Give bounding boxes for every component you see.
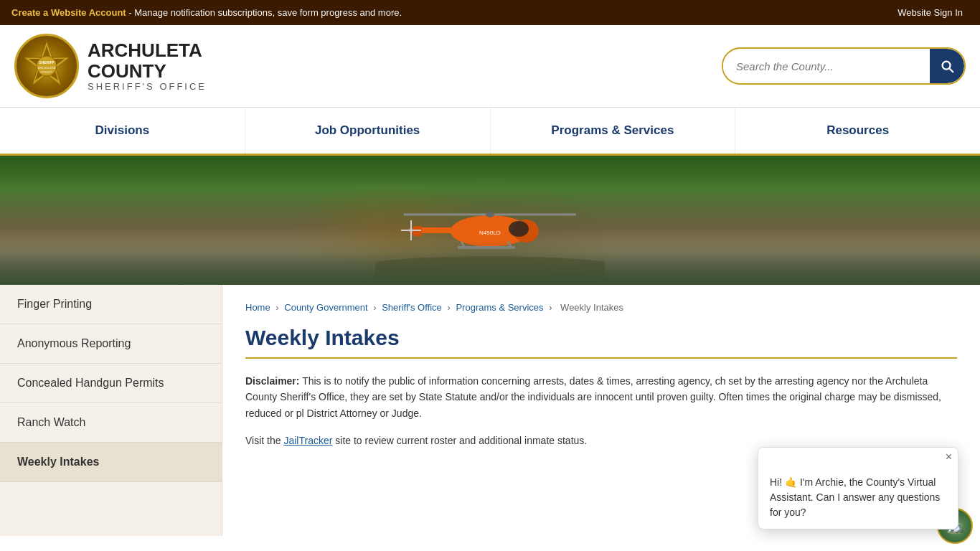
search-icon <box>939 58 955 74</box>
breadcrumb-sep-3: › <box>447 302 453 313</box>
visit-text2: site to review current roster and additi… <box>335 435 587 446</box>
chat-message: Hi! 🤙 I'm Archie, the County's Virtual A… <box>770 476 940 518</box>
sidebar-item-finger-printing[interactable]: Finger Printing <box>0 285 222 324</box>
logo-area: SHERIFF ARCHULETA COUNTY ARCHULETA COUNT… <box>14 34 207 98</box>
chat-widget: × Hi! 🤙 I'm Archie, the County's Virtual… <box>758 447 958 529</box>
logo-subtitle: SHERIFF'S OFFICE <box>88 81 207 92</box>
logo-title: ARCHULETA COUNTY <box>88 40 207 81</box>
top-bar-text: Create a Website Account - Manage notifi… <box>11 7 402 18</box>
top-bar-description: - Manage notification subscriptions, sav… <box>126 7 402 18</box>
breadcrumb-programs[interactable]: Programs & Services <box>456 302 543 313</box>
sidebar-item-weekly-intakes[interactable]: Weekly Intakes <box>0 443 222 482</box>
header: SHERIFF ARCHULETA COUNTY ARCHULETA COUNT… <box>0 25 980 108</box>
nav-item-job-opportunities[interactable]: Job Opportunities <box>245 108 491 154</box>
logo-text: ARCHULETA COUNTY SHERIFF'S OFFICE <box>88 40 207 92</box>
breadcrumb-home[interactable]: Home <box>245 302 270 313</box>
search-area <box>722 47 966 85</box>
hero-image: N490LO <box>0 156 980 285</box>
svg-text:N490LO: N490LO <box>479 230 501 236</box>
nav-item-programs-services[interactable]: Programs & Services <box>491 108 736 154</box>
disclaimer-paragraph: Disclaimer: This is to notify the public… <box>245 373 957 421</box>
page-title: Weekly Intakes <box>245 326 957 359</box>
disclaimer-label: Disclaimer: <box>245 375 299 387</box>
sign-in-button[interactable]: Website Sign In <box>892 4 969 21</box>
search-button[interactable] <box>930 49 964 83</box>
sidebar-item-anonymous-reporting[interactable]: Anonymous Reporting <box>0 324 222 364</box>
svg-text:COUNTY: COUNTY <box>41 70 53 74</box>
top-bar: Create a Website Account - Manage notifi… <box>0 0 980 25</box>
jailtracker-link[interactable]: JailTracker <box>283 435 332 446</box>
chat-body: Hi! 🤙 I'm Archie, the County's Virtual A… <box>758 466 958 529</box>
sidebar-item-concealed-handgun[interactable]: Concealed Handgun Permits <box>0 364 222 403</box>
create-account-link[interactable]: Create a Website Account <box>11 7 126 18</box>
main-nav: Divisions Job Opportunities Programs & S… <box>0 108 980 156</box>
nav-item-divisions[interactable]: Divisions <box>0 108 245 154</box>
breadcrumb: Home › County Government › Sheriff's Off… <box>245 302 957 313</box>
visit-text: Visit the <box>245 435 283 446</box>
sidebar: Finger Printing Anonymous Reporting Conc… <box>0 285 222 536</box>
breadcrumb-current: Weekly Intakes <box>560 302 623 313</box>
chat-header: × <box>758 448 958 466</box>
breadcrumb-sep-1: › <box>275 302 281 313</box>
svg-text:ARCHULETA: ARCHULETA <box>38 66 55 70</box>
breadcrumb-sep-2: › <box>373 302 379 313</box>
breadcrumb-sep-4: › <box>549 302 555 313</box>
logo-badge: SHERIFF ARCHULETA COUNTY <box>14 34 79 98</box>
svg-point-14 <box>509 221 529 237</box>
search-input[interactable] <box>723 53 930 80</box>
disclaimer-text: This is to notify the public of informat… <box>245 375 941 419</box>
svg-text:SHERIFF: SHERIFF <box>39 60 54 65</box>
svg-rect-9 <box>418 227 479 233</box>
breadcrumb-county-gov[interactable]: County Government <box>284 302 367 313</box>
nav-item-resources[interactable]: Resources <box>735 108 980 154</box>
breadcrumb-sheriffs[interactable]: Sheriff's Office <box>382 302 442 313</box>
sidebar-item-ranch-watch[interactable]: Ranch Watch <box>0 403 222 443</box>
chat-close-button[interactable]: × <box>946 451 952 463</box>
svg-point-16 <box>486 212 494 217</box>
